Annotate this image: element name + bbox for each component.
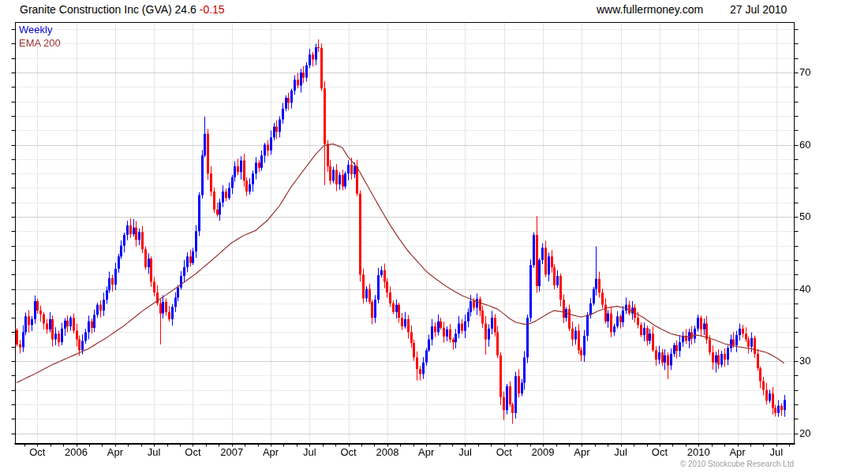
- x-tick-label: Jul: [769, 446, 783, 458]
- x-tick-label: Jul: [303, 446, 316, 458]
- x-tick-label: Apr: [418, 446, 434, 458]
- x-tick-label: Jul: [614, 446, 627, 458]
- x-tick-label: 2008: [376, 446, 398, 458]
- x-tick-label: 2010: [687, 446, 710, 458]
- x-tick-label: Jul: [148, 446, 161, 458]
- x-tick-label: 2007: [220, 446, 243, 458]
- x-tick-label: 2009: [532, 446, 555, 458]
- x-tick-label: Oct: [185, 446, 200, 458]
- x-tick-label: Apr: [729, 446, 745, 458]
- y-tick-label: 70: [799, 66, 826, 79]
- x-tick-label: Jul: [458, 446, 472, 458]
- x-tick-label: Oct: [496, 446, 512, 458]
- stock-chart-page: Granite Construction Inc (GVA) 24.6 -0.1…: [0, 0, 868, 473]
- y-tick-label: 40: [799, 283, 826, 296]
- legend-ema: EMA 200: [19, 37, 61, 49]
- x-tick-label: Oct: [652, 446, 668, 458]
- x-tick-label: Apr: [574, 446, 589, 458]
- x-tick-label: Apr: [107, 446, 123, 458]
- y-tick-label: 60: [799, 139, 826, 151]
- x-tick-label: Oct: [340, 446, 356, 458]
- y-tick-label: 20: [799, 427, 826, 440]
- x-tick-label: Apr: [263, 446, 279, 458]
- copyright-notice: © 2010 Stockcube Research Ltd: [680, 460, 794, 468]
- x-tick-label: Oct: [29, 446, 45, 458]
- legend-timeframe: Weekly: [19, 24, 52, 35]
- y-tick-label: 30: [799, 355, 826, 367]
- price-chart-canvas: [0, 0, 868, 473]
- x-tick-label: 2006: [65, 446, 88, 458]
- y-tick-label: 50: [799, 210, 826, 223]
